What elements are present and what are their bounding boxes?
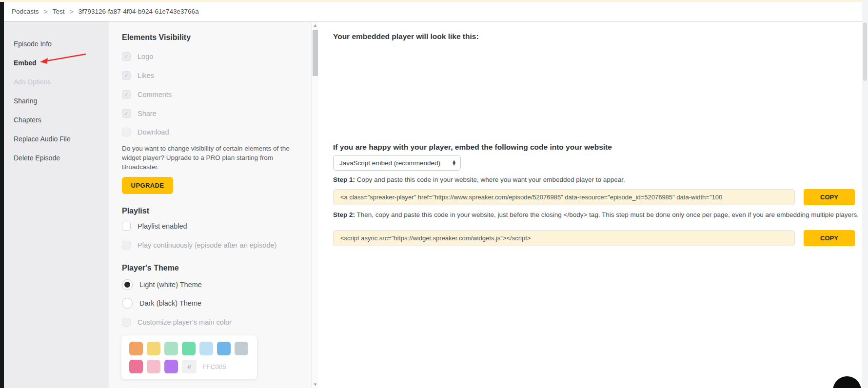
checkbox-label: Share (138, 110, 157, 117)
sidebar-item-episode-info[interactable]: Episode Info (4, 34, 109, 53)
hex-prefix: # (182, 360, 197, 373)
breadcrumb-item-show[interactable]: Test (53, 8, 65, 15)
light-theme-row: Light (white) Theme (122, 279, 202, 290)
embed-code-heading: If you are happy with your player, embed… (333, 143, 612, 152)
checkbox-label: Logo (138, 53, 153, 60)
color-swatch[interactable] (164, 342, 178, 355)
page-scrollbar[interactable] (862, 0, 868, 388)
breadcrumb-item-podcasts[interactable]: Podcasts (12, 8, 39, 15)
embed-code-field-1[interactable]: <a class="spreaker-player" href="https:/… (333, 189, 795, 205)
breadcrumb-separator-icon: > (69, 8, 73, 16)
copy-button-1[interactable]: COPY (804, 189, 855, 205)
embed-format-select[interactable]: JavaScript embed (recommended) ▲▼ (333, 155, 461, 171)
color-swatch[interactable] (164, 360, 178, 373)
palette-row-1 (129, 342, 248, 355)
sidebar-item-chapters[interactable]: Chapters (4, 110, 109, 129)
sidebar-item-delete-episode[interactable]: Delete Episode (4, 148, 109, 167)
color-swatch[interactable] (199, 342, 213, 355)
palette-row-2: # (129, 360, 249, 373)
checkbox-label: Download (138, 128, 169, 136)
panel-scrollbar[interactable]: ▲ ▼ (311, 21, 318, 388)
color-swatch[interactable] (182, 342, 196, 355)
checkbox-likes[interactable]: ✓ (122, 71, 131, 80)
sidebar-item-replace-audio-file[interactable]: Replace Audio File (4, 129, 109, 148)
check-icon: ✓ (124, 53, 129, 60)
checkbox-customize-color[interactable] (122, 318, 131, 327)
color-palette-card: # (121, 335, 257, 380)
check-icon: ✓ (124, 91, 129, 98)
radio-label: Light (white) Theme (139, 281, 202, 289)
radio-label: Dark (black) Theme (139, 299, 201, 307)
checkbox-label: Likes (138, 72, 154, 79)
checkbox-label: Comments (138, 91, 172, 98)
play-continuously-row: Play continuously (episode after an epis… (122, 241, 276, 250)
checkbox-download[interactable] (122, 128, 131, 136)
step2-label: Step 2: (333, 211, 355, 218)
left-edge-bar (0, 2, 4, 388)
scroll-down-arrow-icon[interactable]: ▼ (312, 381, 319, 388)
checkbox-comments[interactable]: ✓ (122, 90, 131, 99)
elements-visibility-title: Elements Visibility (122, 33, 191, 42)
checkbox-label: Playlist enabled (138, 222, 187, 230)
embed-code-field-2[interactable]: <script async src="https://widget.spreak… (333, 230, 795, 246)
color-swatch[interactable] (129, 342, 143, 355)
upgrade-button[interactable]: UPGRADE (122, 177, 173, 194)
scrollbar-thumb[interactable] (313, 30, 318, 76)
visibility-option-comments: ✓ Comments (122, 90, 172, 99)
page-scrollbar-thumb[interactable] (863, 22, 867, 81)
select-arrows-icon: ▲▼ (453, 160, 455, 166)
color-swatch[interactable] (147, 360, 160, 373)
scroll-up-arrow-icon[interactable]: ▲ (312, 21, 319, 29)
checkbox-playlist-enabled[interactable] (122, 222, 131, 231)
step1-label: Step 1: (333, 176, 355, 183)
playlist-title: Playlist (122, 207, 149, 215)
step2-instructions: Step 2: Then, copy and paste this code i… (333, 210, 860, 220)
breadcrumb-item-episode: 3f793126-fa87-4f04-b924-61e743e3766a (79, 8, 199, 15)
sidebar-item-sharing[interactable]: Sharing (4, 91, 109, 110)
embed-format-value: JavaScript embed (recommended) (339, 159, 440, 167)
breadcrumb-separator-icon: > (44, 8, 48, 16)
upgrade-note: Do you want to change visibility of cert… (122, 144, 296, 172)
customize-color-row: Customize player's main color (122, 318, 232, 327)
visibility-option-download: Download (122, 128, 169, 136)
radio-light-theme[interactable] (122, 279, 133, 290)
visibility-option-logo: ✓ Logo (122, 52, 153, 61)
dark-theme-row: Dark (black) Theme (122, 298, 201, 309)
checkbox-share[interactable]: ✓ (122, 109, 131, 118)
playlist-enabled-row: Playlist enabled (122, 222, 187, 231)
checkbox-label: Customize player's main color (138, 318, 232, 326)
sidebar-item-ads-options: Ads Options (4, 72, 109, 91)
checkbox-play-continuously[interactable] (122, 241, 131, 250)
hex-color-input[interactable] (201, 360, 249, 373)
visibility-option-share: ✓ Share (122, 109, 157, 118)
preview-heading: Your embedded player will look like this… (333, 32, 479, 41)
color-swatch[interactable] (129, 360, 143, 373)
color-swatch[interactable] (235, 342, 248, 355)
players-theme-title: Player's Theme (122, 264, 179, 272)
copy-button-2[interactable]: COPY (804, 230, 855, 246)
breadcrumb-bar: Podcasts > Test > 3f793126-fa87-4f04-b92… (4, 2, 862, 21)
checkbox-logo[interactable]: ✓ (122, 52, 131, 61)
breadcrumb: Podcasts > Test > 3f793126-fa87-4f04-b92… (12, 8, 199, 16)
visibility-option-likes: ✓ Likes (122, 71, 154, 80)
color-swatch[interactable] (147, 342, 160, 355)
radio-dark-theme[interactable] (122, 298, 133, 309)
color-swatch[interactable] (217, 342, 231, 355)
red-pointer-arrow-icon (38, 52, 88, 64)
checkbox-label: Play continuously (episode after an epis… (138, 241, 276, 249)
check-icon: ✓ (124, 72, 129, 79)
hex-color-control: # (182, 360, 249, 373)
check-icon: ✓ (124, 110, 129, 117)
step1-instructions: Step 1: Copy and paste this code in your… (333, 175, 625, 185)
